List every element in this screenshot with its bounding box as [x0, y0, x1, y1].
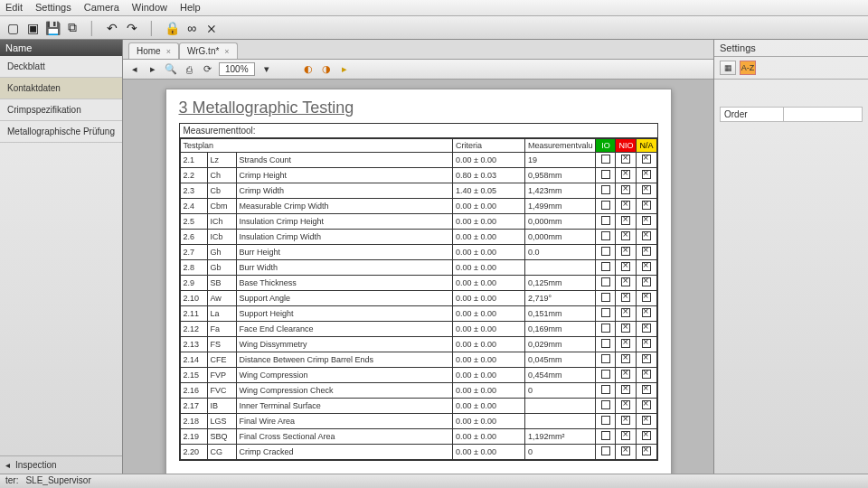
- unlink-icon[interactable]: ⨯: [203, 19, 221, 37]
- sidebar-footer[interactable]: ◂ Inspection: [0, 455, 122, 474]
- na-checkbox[interactable]: [642, 247, 651, 256]
- new-icon[interactable]: ▢: [4, 19, 22, 37]
- io-checkbox[interactable]: [601, 324, 610, 333]
- menu-help[interactable]: Help: [180, 2, 201, 14]
- zoom-out-icon[interactable]: ◐: [302, 63, 315, 76]
- nio-checkbox[interactable]: [621, 416, 630, 425]
- na-checkbox[interactable]: [642, 262, 651, 271]
- tab-home[interactable]: Home ×: [128, 42, 179, 59]
- sidebar-item[interactable]: Crimpspezifikation: [0, 99, 122, 121]
- io-checkbox[interactable]: [601, 201, 610, 210]
- io-checkbox[interactable]: [601, 277, 610, 286]
- na-checkbox[interactable]: [642, 370, 651, 379]
- io-checkbox[interactable]: [601, 170, 610, 179]
- save-icon[interactable]: 💾: [43, 19, 61, 37]
- nio-checkbox[interactable]: [621, 308, 630, 317]
- nio-checkbox[interactable]: [621, 354, 630, 363]
- undo-icon[interactable]: ↶: [103, 19, 121, 37]
- na-checkbox[interactable]: [642, 170, 651, 179]
- io-checkbox[interactable]: [601, 293, 610, 302]
- na-checkbox[interactable]: [642, 185, 651, 194]
- io-checkbox[interactable]: [601, 155, 610, 164]
- chevron-down-icon[interactable]: ▾: [260, 63, 273, 76]
- nio-checkbox[interactable]: [621, 431, 630, 440]
- nio-checkbox[interactable]: [621, 231, 630, 240]
- nio-checkbox[interactable]: [621, 216, 630, 225]
- zoom-input[interactable]: 100%: [219, 62, 255, 76]
- test-table: Testplan Criteria Measurementvalu IO NIO…: [180, 138, 657, 460]
- nio-checkbox[interactable]: [621, 155, 630, 164]
- zoom-in-icon[interactable]: ◑: [320, 63, 333, 76]
- na-checkbox[interactable]: [642, 416, 651, 425]
- nio-checkbox[interactable]: [621, 385, 630, 394]
- redo-icon[interactable]: ↷: [123, 19, 141, 37]
- save-all-icon[interactable]: ⧉: [63, 19, 81, 37]
- property-row[interactable]: Order: [720, 107, 863, 122]
- io-checkbox[interactable]: [601, 231, 610, 240]
- menu-camera[interactable]: Camera: [84, 2, 119, 14]
- sidebar-item[interactable]: Deckblatt: [0, 56, 122, 78]
- sidebar-item[interactable]: Metallographische Prüfung: [0, 121, 122, 143]
- na-checkbox[interactable]: [642, 400, 651, 409]
- nio-checkbox[interactable]: [621, 247, 630, 256]
- nio-checkbox[interactable]: [621, 185, 630, 194]
- link-icon[interactable]: ∞: [183, 19, 201, 37]
- sort-button[interactable]: A-Z: [740, 61, 756, 75]
- na-checkbox[interactable]: [642, 201, 651, 210]
- nio-checkbox[interactable]: [621, 400, 630, 409]
- nio-checkbox[interactable]: [621, 293, 630, 302]
- na-checkbox[interactable]: [642, 308, 651, 317]
- nio-checkbox[interactable]: [621, 324, 630, 333]
- io-checkbox[interactable]: [601, 262, 610, 271]
- menu-settings[interactable]: Settings: [35, 2, 71, 14]
- open-icon[interactable]: ▣: [24, 19, 42, 37]
- prev-page-icon[interactable]: ◂: [128, 63, 141, 76]
- io-checkbox[interactable]: [601, 247, 610, 256]
- na-checkbox[interactable]: [642, 431, 651, 440]
- na-checkbox[interactable]: [642, 231, 651, 240]
- na-checkbox[interactable]: [642, 216, 651, 225]
- menu-edit[interactable]: Edit: [5, 2, 23, 14]
- na-checkbox[interactable]: [642, 155, 651, 164]
- nio-checkbox[interactable]: [621, 170, 630, 179]
- next-page-icon[interactable]: ▸: [146, 63, 159, 76]
- io-checkbox[interactable]: [601, 416, 610, 425]
- property-value[interactable]: [784, 108, 862, 121]
- nio-checkbox[interactable]: [621, 446, 630, 455]
- play-icon[interactable]: ▸: [338, 63, 351, 76]
- na-checkbox[interactable]: [642, 339, 651, 348]
- refresh-icon[interactable]: ⟳: [201, 63, 213, 76]
- io-checkbox[interactable]: [601, 370, 610, 379]
- menu-window[interactable]: Window: [132, 2, 167, 14]
- na-checkbox[interactable]: [642, 446, 651, 455]
- nio-checkbox[interactable]: [621, 201, 630, 210]
- close-icon[interactable]: ×: [166, 47, 171, 56]
- io-checkbox[interactable]: [601, 308, 610, 317]
- io-checkbox[interactable]: [601, 431, 610, 440]
- io-checkbox[interactable]: [601, 385, 610, 394]
- paper-viewport[interactable]: 3 Metallographic Testing Measurementtool…: [123, 80, 713, 474]
- nio-checkbox[interactable]: [621, 277, 630, 286]
- io-checkbox[interactable]: [601, 446, 610, 455]
- workarea: Name DeckblattKontaktdatenCrimpspezifika…: [0, 40, 868, 474]
- close-icon[interactable]: ×: [224, 47, 229, 56]
- search-icon[interactable]: 🔍: [165, 63, 177, 76]
- io-checkbox[interactable]: [601, 400, 610, 409]
- tab-doc[interactable]: WrG.tn* ×: [179, 42, 238, 59]
- na-checkbox[interactable]: [642, 385, 651, 394]
- na-checkbox[interactable]: [642, 324, 651, 333]
- na-checkbox[interactable]: [642, 277, 651, 286]
- na-checkbox[interactable]: [642, 354, 651, 363]
- io-checkbox[interactable]: [601, 339, 610, 348]
- io-checkbox[interactable]: [601, 216, 610, 225]
- sidebar-item[interactable]: Kontaktdaten: [0, 78, 122, 99]
- nio-checkbox[interactable]: [621, 370, 630, 379]
- io-checkbox[interactable]: [601, 354, 610, 363]
- io-checkbox[interactable]: [601, 185, 610, 194]
- nio-checkbox[interactable]: [621, 262, 630, 271]
- grid-icon[interactable]: ▦: [720, 61, 736, 75]
- lock-icon[interactable]: 🔒: [163, 19, 181, 37]
- print-icon[interactable]: ⎙: [183, 63, 195, 76]
- na-checkbox[interactable]: [642, 293, 651, 302]
- nio-checkbox[interactable]: [621, 339, 630, 348]
